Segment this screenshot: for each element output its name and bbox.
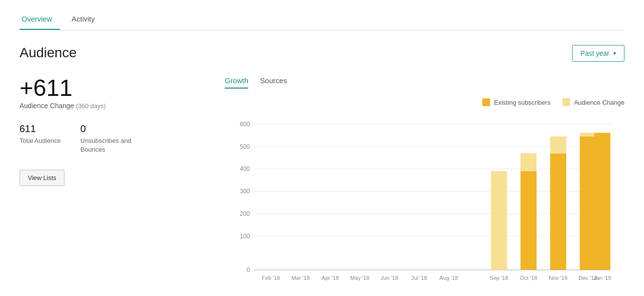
svg-text:0: 0 <box>246 267 250 273</box>
bar-chart: 600 500 400 300 200 100 0 Feb '18 Mar '1… <box>225 114 624 295</box>
left-panel: +611 Audience Change (360 days) 611 Tota… <box>20 76 225 295</box>
audience-change-big-number: +611 <box>20 76 205 100</box>
bar-jan19-existing <box>594 133 610 270</box>
unsubscribes-value: 0 <box>81 123 131 135</box>
svg-text:Nov '18: Nov '18 <box>549 275 567 281</box>
view-lists-button[interactable]: View Lists <box>20 170 64 186</box>
svg-text:Feb '18: Feb '18 <box>262 275 280 281</box>
svg-text:100: 100 <box>240 233 250 240</box>
svg-text:300: 300 <box>240 188 250 195</box>
bar-nov18-existing <box>550 153 566 270</box>
legend-change-label: Audience Change <box>574 99 624 106</box>
tab-overview[interactable]: Overview <box>20 10 60 30</box>
svg-text:600: 600 <box>240 121 250 128</box>
svg-text:Aug '18: Aug '18 <box>439 275 458 281</box>
legend-existing-label: Existing subscribers <box>494 99 551 106</box>
total-audience-label: Total Audience <box>20 137 61 145</box>
chart-tab-sources[interactable]: Sources <box>260 76 287 89</box>
unsubscribes-label: Unsubscribes and Bounces <box>81 137 131 154</box>
right-panel: Growth Sources Existing subscribers Audi… <box>225 76 624 295</box>
stats-row: 611 Total Audience 0 Unsubscribes and Bo… <box>20 123 205 154</box>
main-content: +611 Audience Change (360 days) 611 Tota… <box>20 76 624 295</box>
bar-sep18-change <box>491 171 507 270</box>
svg-text:May '18: May '18 <box>350 275 369 281</box>
bar-oct18-change <box>520 153 537 171</box>
total-audience-value: 611 <box>20 123 61 135</box>
bar-oct18-existing <box>520 171 537 270</box>
page-container: Overview Activity Audience Past year ▾ +… <box>0 0 644 296</box>
svg-text:Sep '18: Sep '18 <box>490 275 508 281</box>
legend-change: Audience Change <box>562 98 624 106</box>
chart-area: 600 500 400 300 200 100 0 Feb '18 Mar '1… <box>225 114 624 295</box>
svg-text:Jan '19: Jan '19 <box>594 275 611 281</box>
header-row: Audience Past year ▾ <box>20 45 624 62</box>
period-selector-button[interactable]: Past year ▾ <box>572 45 624 62</box>
svg-text:200: 200 <box>240 210 250 217</box>
svg-text:Oct '18: Oct '18 <box>520 275 537 281</box>
svg-text:Apr '18: Apr '18 <box>322 275 339 281</box>
main-tabs: Overview Activity <box>20 0 624 30</box>
chevron-down-icon: ▾ <box>613 50 616 57</box>
legend-existing: Existing subscribers <box>482 98 551 106</box>
change-swatch <box>562 98 570 106</box>
chart-tabs: Growth Sources <box>225 76 624 89</box>
chart-tab-growth[interactable]: Growth <box>225 76 248 89</box>
svg-text:500: 500 <box>240 143 250 150</box>
audience-change-text: Audience Change <box>20 102 74 110</box>
svg-text:Jun '18: Jun '18 <box>381 275 398 281</box>
period-label: Past year <box>580 49 609 57</box>
bar-dec18-change <box>580 133 596 136</box>
page-title: Audience <box>20 45 77 61</box>
bar-dec18-existing <box>580 137 596 270</box>
bar-nov18-change <box>550 137 566 153</box>
svg-text:Mar '18: Mar '18 <box>291 275 309 281</box>
existing-swatch <box>482 98 490 106</box>
days-label: (360 days) <box>76 102 106 110</box>
total-audience-stat: 611 Total Audience <box>20 123 61 154</box>
chart-legend: Existing subscribers Audience Change <box>225 98 624 106</box>
unsubscribes-stat: 0 Unsubscribes and Bounces <box>81 123 131 154</box>
audience-change-label: Audience Change (360 days) <box>20 102 205 110</box>
tab-activity[interactable]: Activity <box>70 10 103 30</box>
svg-text:Jul '18: Jul '18 <box>411 275 427 281</box>
svg-text:400: 400 <box>240 165 250 172</box>
